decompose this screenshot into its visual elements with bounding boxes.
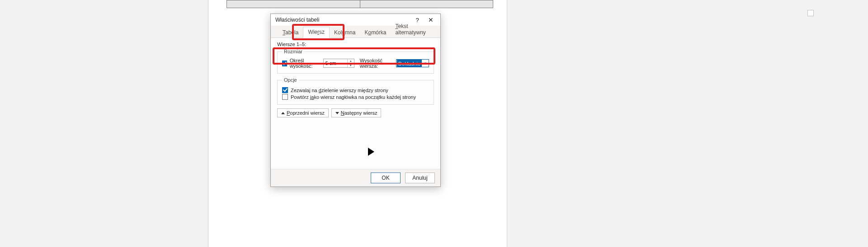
tab-strip: Tabela Wiersz Kolumna Komórka Tekst alte… [271,26,440,38]
row-nav-buttons: Poprzedni wiersz Następny wiersz [277,108,434,117]
tab-alttext[interactable]: Tekst alternatywny [391,21,440,38]
stray-checkbox [807,10,814,16]
height-input[interactable] [324,59,347,67]
tab-row[interactable]: Wiersz [303,27,330,38]
repeat-header-label: Powtórz jako wiersz nagłówka na początku… [291,94,416,100]
row-height-label: Wysokość wiersza: [360,58,393,69]
dialog-title: Właściwości tabeli [275,17,410,23]
triangle-down-icon [335,112,339,114]
tab-cell[interactable]: Komórka [360,28,391,38]
document-table [226,0,493,8]
cancel-button[interactable]: Anuluj [405,172,435,183]
combo-value: Dokładnie [397,60,422,67]
spinner-down-icon[interactable]: ▼ [348,64,354,68]
height-spinner[interactable]: ▲ ▼ [323,59,354,68]
next-row-button[interactable]: Następny wiersz [331,108,382,117]
row-height-mode-combo[interactable]: Dokładnie ▼ [396,59,429,67]
triangle-up-icon [281,112,285,114]
table-properties-dialog: Właściwości tabeli ? ✕ Tabela Wiersz Kol… [270,14,441,187]
specify-height-label: Określ wysokość: [290,58,321,69]
repeat-header-checkbox[interactable] [282,94,288,100]
specify-height-checkbox[interactable] [282,61,287,66]
spinner-up-icon[interactable]: ▲ [348,59,354,64]
svg-marker-0 [368,148,374,156]
prev-row-button[interactable]: Poprzedni wiersz [277,108,329,117]
options-legend: Opcje [282,77,299,83]
options-group: Opcje Zezwalaj na dzielenie wierszy międ… [277,77,434,105]
allow-row-break-checkbox[interactable] [282,87,288,93]
allow-row-break-label: Zezwalaj na dzielenie wierszy między str… [291,88,388,93]
size-group: Rozmiar Określ wysokość: ▲ ▼ Wysokość wi… [277,49,434,74]
chevron-down-icon: ▼ [422,61,429,65]
tab-column[interactable]: Kolumna [330,28,360,38]
rows-range-label: Wiersze 1–5: [277,42,434,47]
tab-table[interactable]: Tabela [278,28,303,38]
ok-button[interactable]: OK [371,172,401,183]
dialog-body: Wiersze 1–5: Rozmiar Określ wysokość: ▲ … [271,38,440,169]
dialog-footer: OK Anuluj [271,169,440,186]
size-legend: Rozmiar [282,49,304,54]
